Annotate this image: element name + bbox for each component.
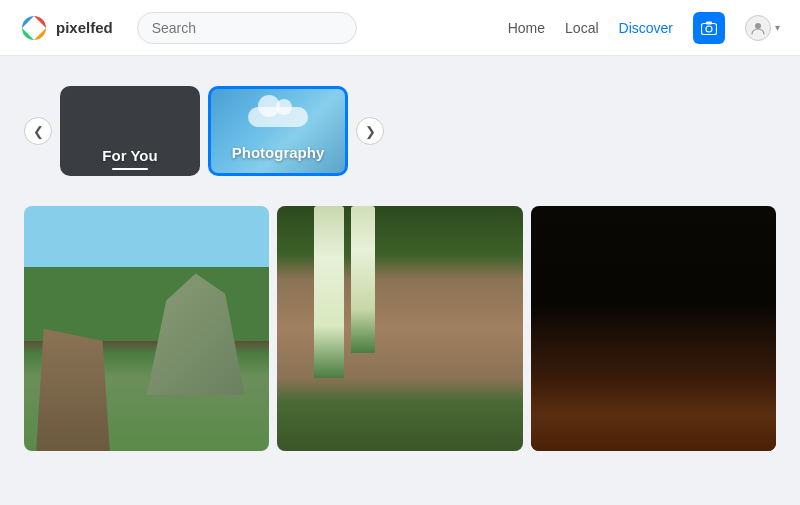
pixelfed-logo-icon xyxy=(20,14,48,42)
main-content: ❮ For You Photography ❯ xyxy=(0,56,800,471)
nav-home[interactable]: Home xyxy=(508,20,545,36)
app-name: pixelfed xyxy=(56,19,113,36)
search-bar xyxy=(137,12,357,44)
category-card-photography[interactable]: Photography xyxy=(208,86,348,176)
categories-row: ❮ For You Photography ❯ xyxy=(24,86,776,176)
prev-arrow-icon: ❮ xyxy=(33,124,44,139)
category-card-for-you[interactable]: For You xyxy=(60,86,200,176)
photo-card-1[interactable] xyxy=(24,206,269,451)
svg-rect-2 xyxy=(702,23,717,34)
photo-card-2[interactable] xyxy=(277,206,522,451)
prev-category-button[interactable]: ❮ xyxy=(24,117,52,145)
next-category-button[interactable]: ❯ xyxy=(356,117,384,145)
category-label-photography: Photography xyxy=(211,144,345,161)
next-arrow-icon: ❯ xyxy=(365,124,376,139)
svg-point-1 xyxy=(29,23,39,33)
user-avatar-icon xyxy=(745,15,771,41)
logo[interactable]: pixelfed xyxy=(20,14,113,42)
photo-card-3[interactable] xyxy=(531,206,776,451)
camera-icon xyxy=(701,21,717,35)
category-label-for-you: For You xyxy=(60,147,200,164)
nav-local[interactable]: Local xyxy=(565,20,598,36)
svg-rect-4 xyxy=(706,21,712,24)
user-menu[interactable]: ▾ xyxy=(745,15,780,41)
user-dropdown-arrow: ▾ xyxy=(775,22,780,33)
card-underline-for-you xyxy=(112,168,148,170)
svg-point-5 xyxy=(755,23,761,29)
nav: Home Local Discover ▾ xyxy=(508,12,780,44)
nav-discover[interactable]: Discover xyxy=(619,20,673,36)
cloud-decoration xyxy=(248,107,308,127)
svg-point-3 xyxy=(706,26,712,32)
search-input[interactable] xyxy=(137,12,357,44)
header: pixelfed Home Local Discover ▾ xyxy=(0,0,800,56)
photo-grid xyxy=(24,206,776,451)
person-icon xyxy=(751,21,765,35)
camera-button[interactable] xyxy=(693,12,725,44)
